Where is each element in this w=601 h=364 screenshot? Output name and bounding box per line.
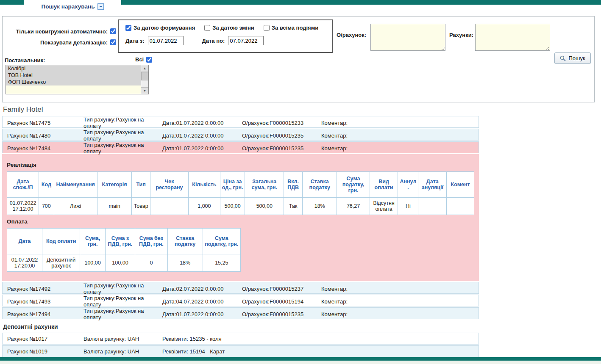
cell: 0 [135,254,168,272]
column-header: Сума з ПДВ, грн. [105,229,135,254]
date-mode-row: За датою формування За датою зміни За вс… [119,20,332,31]
invoice-number: Рахунок №17492 [7,286,83,292]
search-button-label: Пошук [568,55,585,61]
by-change-date-label: За датою зміни [212,25,254,31]
date-range-row: Дата з: Дата по: [119,31,332,45]
column-header: Категорія [97,172,131,198]
realization-header-row: Дата спож./П Код Найменування Категорія … [7,172,474,198]
payment-data-row: 01.07.2022 17:20:00 Депозитний рахунок 1… [7,254,241,272]
deposit-requisites: Реквізити: 15194 - Карат [162,348,479,355]
cell: 15,25 [203,254,240,272]
date-from-input[interactable] [148,36,184,45]
by-all-events-checkbox[interactable] [264,25,270,31]
invoice-row-17493[interactable]: Рахунок №17493 Тип рахунку:Рахунок на оп… [2,295,479,306]
listbox-scrollbar[interactable]: ▲ ▼ [141,65,148,94]
column-header: Комент [447,172,474,198]
invoice-row-17484-selected[interactable]: Рахунок №17484 Тип рахунку:Рахунок на оп… [2,141,479,153]
cell: Депозитний рахунок [42,254,80,272]
supplier-label: Постачальник: [5,57,45,63]
supplier-option[interactable]: Колібрі [6,65,141,72]
oaccount-label: О/рахунок: [337,32,366,38]
column-header: Кількість [188,172,220,198]
date-filter-box: За датою формування За датою зміни За вс… [118,19,333,53]
column-header: Код [39,172,54,198]
column-header: Аннул. [398,172,418,198]
invoice-number: Рахунок №17493 [7,298,83,305]
deposit-row-1017[interactable]: Рахунок №1017 Валюта рахунку: UAH Реквіз… [2,333,479,345]
column-header: Чек ресторану [150,172,189,198]
supplier-option[interactable]: ФОП Шевченко [6,79,141,85]
payment-table: Дата Код оплати Сума, грн. Сума з ПДВ, г… [7,228,241,272]
invoice-type: Тип рахунку:Рахунок на оплату [83,282,162,295]
show-details-row: Показувати деталізацію: [6,37,116,48]
by-form-date-option[interactable]: За датою формування [125,25,195,31]
invoice-comment: Коментар: [321,145,479,152]
cell: 500,00 [245,198,284,215]
cell [150,198,189,215]
cell [418,198,447,215]
only-unloaded-label: Тільки невигружені автоматично: [16,28,108,35]
deposit-currency: Валюта рахунку: UAH [83,348,162,355]
invoice-oaccount: О/рахунок:F0000015235 [242,311,321,317]
accounts-textarea[interactable] [475,24,550,51]
search-button[interactable]: Пошук [554,52,591,64]
invoice-oaccount: О/рахунок:F0000015233 [242,120,321,126]
tab-search-accruals[interactable]: Пошук нарахувань − [24,0,121,13]
scrollbar-thumb[interactable] [141,72,148,80]
invoice-row-17494[interactable]: Рахунок №17494 Тип рахунку:Рахунок на оп… [2,307,479,319]
cell: 100,00 [105,254,135,272]
scroll-up-icon[interactable]: ▲ [141,65,148,72]
page: Пошук нарахувань − Тільки невигружені ав… [0,0,601,364]
deposit-accounts-title: Депозитні рахунки [2,320,479,333]
deposit-number: Рахунок №1019 [7,348,83,355]
column-header: Сума без ПДВ, грн. [135,229,168,254]
invoice-oaccount: О/рахунок:F0000015194 [242,298,321,305]
only-unloaded-checkbox[interactable] [110,28,116,34]
invoice-comment: Коментар: [321,286,479,292]
deposit-row-1019[interactable]: Рахунок №1019 Валюта рахунку: UAH Реквіз… [2,345,479,357]
oaccount-textarea[interactable] [370,24,445,51]
invoice-type: Тип рахунку:Рахунок на оплату [83,295,162,308]
invoice-number: Рахунок №17484 [7,145,83,152]
all-suppliers-toggle: Всі [135,56,152,63]
realization-title: Реалізація [2,158,479,171]
realization-table: Дата спож./П Код Найменування Категорія … [7,171,474,215]
supplier-listbox[interactable]: Колібрі ТОВ Hotel ФОП Шевченко ▲ ▼ [6,65,149,94]
cell: 01.07.2022 17:20:00 [7,254,42,272]
cell: 100,00 [80,254,106,272]
deposit-requisites: Реквізити: 15235 - коля [162,336,479,342]
supplier-option[interactable]: ТОВ Hotel [6,72,141,79]
by-form-date-label: За датою формування [134,25,195,31]
by-all-events-option[interactable]: За всіма подіями [264,25,318,31]
invoice-type: Тип рахунку:Рахунок на оплату [83,116,162,129]
show-details-label: Показувати деталізацію: [40,39,108,46]
cell: Відсутня оплата [370,198,398,215]
cell: main [97,198,131,215]
invoice-row-17480[interactable]: Рахунок №17480 Тип рахунку:Рахунок на оп… [2,129,479,141]
all-label: Всі [135,56,144,63]
show-details-checkbox[interactable] [110,39,116,45]
by-form-date-checkbox[interactable] [125,25,131,31]
invoice-date: Дата:01.07.2022 0:00:00 [162,145,242,152]
column-header: Сума, грн. [80,229,106,254]
deposit-number: Рахунок №1017 [7,336,83,342]
collapse-icon[interactable]: − [97,3,104,10]
date-to-input[interactable] [228,36,264,45]
invoice-row-17492[interactable]: Рахунок №17492 Тип рахунку:Рахунок на оп… [2,282,479,294]
by-change-date-option[interactable]: За датою зміни [204,25,254,31]
cell: 76,27 [337,198,370,215]
invoice-number: Рахунок №17494 [7,311,83,317]
scroll-down-icon[interactable]: ▼ [141,87,148,94]
by-change-date-checkbox[interactable] [204,25,210,31]
invoice-oaccount: О/рахунок:F0000015237 [242,286,321,292]
results-area: Family Hotel Рахунок №17475 Тип рахунку:… [2,104,479,364]
invoice-row-17475[interactable]: Рахунок №17475 Тип рахунку:Рахунок на оп… [2,116,479,128]
invoice-comment: Коментар: [321,132,479,139]
invoice-oaccount: О/рахунок:F0000015235 [242,132,321,139]
column-header: Вид оплати [370,172,398,198]
column-header: Ставка податку [167,229,203,254]
invoice-comment: Коментар: [321,298,479,305]
payment-header-row: Дата Код оплати Сума, грн. Сума з ПДВ, г… [7,229,241,254]
only-unloaded-row: Тільки невигружені автоматично: [6,26,116,37]
all-suppliers-checkbox[interactable] [146,57,152,63]
